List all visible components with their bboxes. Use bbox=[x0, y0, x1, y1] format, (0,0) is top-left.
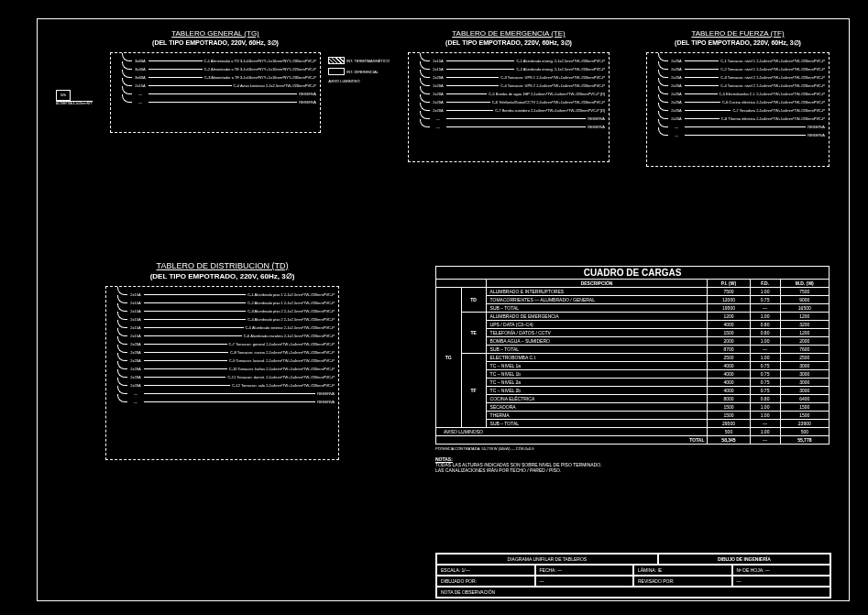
circuit-row: 2x20AC-12 Tomacorr. sala 2-1x4mm²TW+1x4m… bbox=[117, 381, 335, 390]
circuit-row: —RESERVA bbox=[117, 390, 335, 398]
circuit-row: 2x20AC-6 Telefonía/Datos/CCTV 2-1x4mm²TW… bbox=[420, 98, 605, 106]
panel-td-box: 2x15AC-1 Alumbrado piso 1 2-1x2.5mm²TW-∅… bbox=[105, 286, 339, 460]
circuit-row: —RESERVA bbox=[658, 131, 825, 139]
circuit-row: 2x15AC-4 Aviso luminoso 2-1x2.5mm²TW-∅20… bbox=[122, 82, 316, 90]
circuit-row: —RESERVA bbox=[122, 98, 316, 106]
tg-feed: Wh ACOMETIDA 3-1x50mm²NYY bbox=[56, 90, 111, 105]
circuit-row: 2x20AC-2 Tomacorr. nivel 1 2-1x4mm²TW+1x… bbox=[658, 65, 825, 73]
circuit-row: 2x20AC-1 Tomacorr. nivel 1 2-1x4mm²TW+1x… bbox=[658, 57, 825, 65]
circuit-row: 3x40AC-2 Alimentador a TE 3-1x10mm²NYY+1… bbox=[122, 65, 316, 73]
circuit-row: 2x20AC-7 Tomacorr. general 2-1x4mm²TW+1x… bbox=[117, 340, 335, 348]
load-table: CUADRO DE CARGAS DESCRIPCIÓN P.I. (W) F.… bbox=[435, 266, 830, 473]
notes: NOTAS: TODAS LAS ALTURAS INDICADAS SON S… bbox=[435, 456, 830, 473]
panel-tg-title: TABLERO GENERAL (TG) bbox=[110, 29, 321, 38]
circuit-list: 2x15AC-1 Alumbrado piso 1 2-1x2.5mm²TW-∅… bbox=[117, 291, 335, 406]
circuit-row: 2x20AC-10 Tomacorr. baños 2-1x4mm²TW+1x4… bbox=[117, 365, 335, 373]
circuit-row: —RESERVA bbox=[122, 90, 316, 98]
panel-tg-box: 3x60AC-1 Alimentador a TD 3-1x16mm²NYY+1… bbox=[110, 52, 321, 133]
panel-tf-sub: (DEL TIPO EMPOTRADO, 220V, 60Hz, 3∅) bbox=[646, 39, 830, 47]
circuit-row: 2x20AC-8 Therma eléctrica 2-1x4mm²TW+1x4… bbox=[658, 115, 825, 123]
title-block: DIAGRAMA UNIFILAR DE TABLEROS DIBUJO DE … bbox=[435, 553, 831, 599]
panel-td-title: TABLERO DE DISTRIBUCION (TD) bbox=[105, 261, 339, 270]
circuit-row: 2x20AC-4 Tomacorr. nivel 2 2-1x4mm²TW+1x… bbox=[658, 82, 825, 90]
panel-td-sub: (DEL TIPO EMPOTRADO, 220V, 60Hz, 3∅) bbox=[105, 272, 339, 280]
panel-te-title: TABLERO DE EMERGENCIA (TE) bbox=[408, 29, 610, 38]
circuit-row: 2x15AC-5 Alumbrado exterior 2-1x2.5mm²TW… bbox=[117, 324, 335, 332]
circuit-list: 3x60AC-1 Alimentador a TD 3-1x16mm²NYY+1… bbox=[122, 57, 316, 106]
circuit-row: 2x20AC-8 Tomacorr. cocina 2-1x4mm²TW+1x4… bbox=[117, 348, 335, 357]
panel-tg: TABLERO GENERAL (TG) (DEL TIPO EMPOTRADO… bbox=[110, 29, 321, 133]
panel-te: TABLERO DE EMERGENCIA (TE) (DEL TIPO EMP… bbox=[408, 29, 610, 162]
panel-tf-box: 2x20AC-1 Tomacorr. nivel 1 2-1x4mm²TW+1x… bbox=[646, 52, 830, 167]
circuit-list: 2x20AC-1 Tomacorr. nivel 1 2-1x4mm²TW+1x… bbox=[658, 57, 825, 139]
panel-tg-sub: (DEL TIPO EMPOTRADO, 220V, 60Hz, 3∅) bbox=[110, 39, 321, 47]
circuit-row: 2x15AC-2 Alumbrado piso 1 2-1x2.5mm²TW-∅… bbox=[117, 299, 335, 307]
load-footer: POTENCIA CONTRATADA: 55,778 W (56kW) — C… bbox=[435, 446, 830, 451]
circuit-row: 2x20AC-3 Tomacorr. UPS 1 2-1x4mm²TW+1x4m… bbox=[420, 73, 605, 82]
panel-td: TABLERO DE DISTRIBUCION (TD) (DEL TIPO E… bbox=[105, 261, 339, 460]
circuit-row: 2x15AC-2 Alumbrado emerg. 2-1x2.5mm²TW-∅… bbox=[420, 65, 605, 73]
circuit-row: 2x15AC-1 Alumbrado emerg. 2-1x2.5mm²TW-∅… bbox=[420, 57, 605, 65]
circuit-row: 2x15AC-6 Alumbrado escalera 2-1x2.5mm²TW… bbox=[117, 332, 335, 340]
circuit-row: 2x20AC-9 Tomacorr. lavand. 2-1x4mm²TW+1x… bbox=[117, 357, 335, 365]
circuit-row: 2x15AC-1 Alumbrado piso 1 2-1x2.5mm²TW-∅… bbox=[117, 291, 335, 299]
circuit-row: 2x15AC-3 Alumbrado piso 2 2-1x2.5mm²TW-∅… bbox=[117, 307, 335, 315]
circuit-row: —RESERVA bbox=[420, 115, 605, 123]
circuit-row: —RESERVA bbox=[658, 123, 825, 131]
circuit-row: —RESERVA bbox=[420, 123, 605, 131]
circuit-list: 2x15AC-1 Alumbrado emerg. 2-1x2.5mm²TW-∅… bbox=[420, 57, 605, 131]
circuit-row: 2x20AC-4 Tomacorr. UPS 2 2-1x4mm²TW+1x4m… bbox=[420, 82, 605, 90]
panel-te-box: 2x15AC-1 Alumbrado emerg. 2-1x2.5mm²TW-∅… bbox=[408, 52, 610, 162]
panel-tf-title: TABLERO DE FUERZA (TF) bbox=[646, 29, 830, 38]
circuit-row: 2x20AC-11 Tomacorr. dormit. 2-1x4mm²TW+1… bbox=[117, 373, 335, 381]
load-table-title: CUADRO DE CARGAS bbox=[436, 267, 830, 280]
meter-icon: Wh bbox=[56, 90, 71, 101]
panel-tf: TABLERO DE FUERZA (TF) (DEL TIPO EMPOTRA… bbox=[646, 29, 830, 167]
tg-legend: INT. TERMOMAGNÉTICO INT. DIFERENCIAL AVI… bbox=[328, 57, 390, 87]
circuit-row: 2x20AC-7 Bomba sumidero 2-1x4mm²TW+1x4mm… bbox=[420, 106, 605, 115]
circuit-row: —RESERVA bbox=[117, 398, 335, 406]
circuit-row: 2x20AC-6 Cocina eléctrica 2-1x4mm²TW+1x4… bbox=[658, 98, 825, 106]
circuit-row: 2x20AC-3 Tomacorr. nivel 2 2-1x4mm²TW+1x… bbox=[658, 73, 825, 82]
circuit-row: 2x20AC-7 Secadora 2-1x4mm²TW+1x4mm²TW-∅2… bbox=[658, 106, 825, 115]
circuit-row: 2x20AC-5 Electrobomba C.I. 2-1x4mm²TW+1x… bbox=[658, 90, 825, 98]
circuit-row: 3x60AC-1 Alimentador a TD 3-1x16mm²NYY+1… bbox=[122, 57, 316, 65]
circuit-row: 3x60AC-3 Alimentador a TF 3-1x16mm²NYY+1… bbox=[122, 73, 316, 82]
circuit-row: 2x15AC-4 Alumbrado piso 2 2-1x2.5mm²TW-∅… bbox=[117, 315, 335, 324]
panel-te-sub: (DEL TIPO EMPOTRADO, 220V, 60Hz, 3∅) bbox=[408, 39, 610, 47]
circuit-row: 2x20AC-5 Bomba de agua 1HP 2-1x4mm²TW+1x… bbox=[420, 90, 605, 98]
